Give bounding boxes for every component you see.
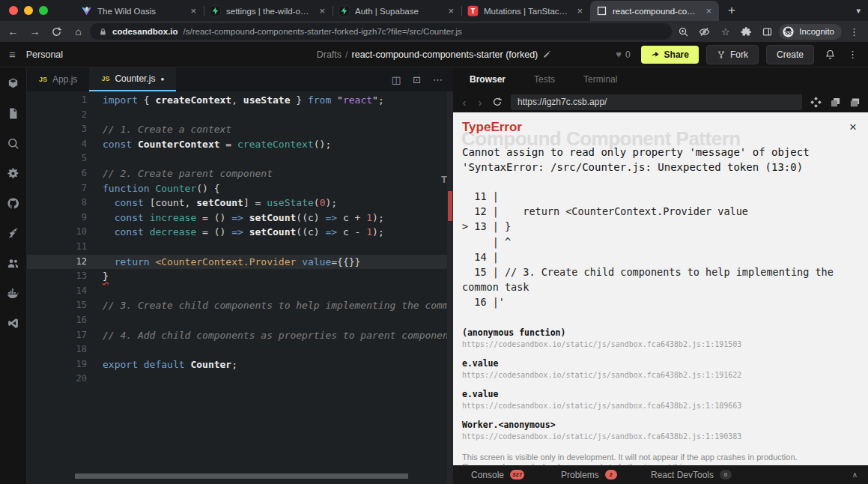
- code-line[interactable]: 1import { createContext, useState } from…: [27, 93, 453, 108]
- code-line[interactable]: 5: [27, 151, 453, 166]
- tab-close-icon[interactable]: ×: [704, 5, 713, 16]
- code-line[interactable]: 12 return <CounterContext.Provider value…: [27, 255, 453, 270]
- preview-tab-terminal[interactable]: Terminal: [583, 74, 617, 85]
- preview-url-field[interactable]: https://igzh7c.csb.app/: [511, 94, 802, 110]
- code-line[interactable]: 19export default Counter;: [27, 357, 453, 372]
- extensions-icon[interactable]: [741, 26, 752, 37]
- preview-tab-tests[interactable]: Tests: [534, 74, 555, 85]
- search-icon[interactable]: [7, 137, 19, 150]
- code-line[interactable]: 20: [27, 372, 453, 387]
- tab-panel-icon[interactable]: [762, 26, 773, 37]
- code-line[interactable]: 14: [27, 284, 453, 299]
- preview-nav-bar: ‹ › https://igzh7c.csb.app/: [453, 91, 868, 112]
- code-line[interactable]: 7function Counter() {: [27, 181, 453, 196]
- preview-tab-browser[interactable]: Browser: [470, 74, 506, 85]
- code-line[interactable]: 13}: [27, 269, 453, 284]
- responsive-mode-icon[interactable]: [810, 97, 822, 108]
- new-tab-button[interactable]: +: [719, 3, 744, 18]
- chevron-down-icon[interactable]: ▾: [856, 6, 868, 16]
- create-button[interactable]: Create: [766, 45, 814, 64]
- open-new-window-icon[interactable]: [830, 97, 841, 108]
- kebab-menu-icon[interactable]: ⋮: [848, 26, 861, 37]
- editor-tab[interactable]: JSCounter.js●: [89, 67, 176, 91]
- stack-frame-location: https://codesandbox.io/static/js/sandbox…: [462, 371, 859, 379]
- stack-frame-location: https://codesandbox.io/static/js/sandbox…: [462, 402, 859, 410]
- close-icon[interactable]: ×: [849, 120, 857, 135]
- star-icon[interactable]: ☆: [720, 26, 731, 37]
- chrome-toolbar: ←→⌂ codesandbox.io/s/react-compound-comp…: [0, 21, 868, 42]
- code-line[interactable]: 3// 1. Create a context: [27, 122, 453, 137]
- tab-close-icon[interactable]: ×: [575, 5, 584, 16]
- menu-icon[interactable]: ≡: [9, 48, 16, 61]
- minimize-window-button[interactable]: [24, 6, 33, 15]
- code-line[interactable]: 4const CounterContext = createContext();: [27, 137, 453, 152]
- docker-icon[interactable]: [7, 287, 19, 300]
- more-icon[interactable]: ⋯: [433, 74, 443, 85]
- tab-close-icon[interactable]: ×: [446, 5, 455, 16]
- stack-frame: e.valuehttps://codesandbox.io/static/js/…: [462, 358, 859, 379]
- chevron-up-icon[interactable]: ∧: [852, 471, 858, 479]
- code-line[interactable]: 6// 2. Create parent component: [27, 166, 453, 181]
- preview-reload-icon[interactable]: [492, 97, 503, 107]
- code-line[interactable]: 18: [27, 342, 453, 357]
- preview-forward-icon[interactable]: ›: [476, 96, 484, 109]
- code-line[interactable]: 9 const increase = () => setCount((c) =>…: [27, 211, 453, 226]
- editor-tab-label: Counter.js: [115, 73, 155, 84]
- code-line[interactable]: 10 const decrease = () => setCount((c) =…: [27, 225, 453, 240]
- code-line[interactable]: 11: [27, 240, 453, 255]
- browser-tab[interactable]: The Wild Oasis×: [75, 1, 204, 21]
- editor-horizontal-scrollbar[interactable]: [75, 474, 408, 479]
- code-line[interactable]: 2: [27, 108, 453, 123]
- browser-tab[interactable]: settings | the-wild-oasis | jona×: [204, 1, 333, 21]
- editor-body[interactable]: 1import { createContext, useState } from…: [27, 91, 453, 484]
- reload-icon[interactable]: [51, 26, 62, 37]
- line-content: return <CounterContext.Provider value={{…: [87, 255, 360, 270]
- cube-icon[interactable]: [7, 77, 19, 90]
- editor-vertical-scrollbar[interactable]: [447, 91, 453, 484]
- preview-content: Compound Component Pattern TypeError × C…: [453, 112, 868, 465]
- tab-title: Mutations | TanStack Query Do: [484, 7, 570, 16]
- fork-button[interactable]: Fork: [706, 45, 759, 64]
- tab-close-icon[interactable]: ×: [318, 5, 327, 16]
- layers-icon[interactable]: [849, 97, 861, 108]
- forward-icon[interactable]: →: [29, 26, 40, 37]
- users-icon[interactable]: [7, 257, 19, 270]
- code-line[interactable]: 17// 4. Add child components as proeprti…: [27, 328, 453, 343]
- line-content: // 4. Add child components as proeprties…: [87, 328, 453, 343]
- preview-back-icon[interactable]: ‹: [461, 96, 468, 109]
- bell-icon[interactable]: [825, 49, 836, 60]
- file-icon[interactable]: [7, 107, 19, 120]
- zoom-icon[interactable]: [678, 26, 689, 37]
- address-bar[interactable]: codesandbox.io/s/react-compound-componen…: [90, 23, 672, 40]
- open-preview-icon[interactable]: ⊡: [413, 74, 421, 85]
- gear-icon[interactable]: [7, 167, 19, 180]
- preview-tab-bar: BrowserTestsTerminal: [453, 67, 868, 91]
- browser-tab[interactable]: Auth | Supabase×: [333, 1, 461, 21]
- devtools-tab-console[interactable]: Console327: [471, 470, 561, 480]
- vscode-icon[interactable]: [7, 317, 19, 330]
- workspace-name[interactable]: Personal: [26, 49, 63, 60]
- breadcrumb-parent[interactable]: Drafts: [317, 49, 342, 60]
- header-kebab-menu-icon[interactable]: ⋮: [846, 49, 859, 60]
- code-line[interactable]: 8 const [count, setCount] = useState(0);: [27, 196, 453, 211]
- home-icon[interactable]: ⌂: [73, 26, 84, 37]
- code-line[interactable]: 15// 3. Create child components to help …: [27, 298, 453, 313]
- github-icon[interactable]: [7, 197, 19, 210]
- browser-tab[interactable]: react-compound-components×: [590, 1, 719, 21]
- browser-tab[interactable]: TMutations | TanStack Query Do×: [461, 1, 590, 21]
- devtools-tab-react-devtools[interactable]: React DevTools0: [651, 470, 741, 480]
- edit-title-icon[interactable]: [542, 50, 551, 59]
- breadcrumb-current[interactable]: react-compound-components-starter (forke…: [352, 49, 538, 60]
- share-button[interactable]: Share: [641, 46, 699, 64]
- code-line[interactable]: 16: [27, 313, 453, 328]
- back-icon[interactable]: ←: [7, 26, 19, 37]
- maximize-window-button[interactable]: [39, 6, 48, 15]
- close-window-button[interactable]: [9, 6, 18, 15]
- split-editor-icon[interactable]: ◫: [392, 74, 401, 85]
- devtools-tab-problems[interactable]: Problems2: [561, 470, 651, 480]
- eye-off-icon[interactable]: [699, 26, 710, 37]
- tab-close-icon[interactable]: ×: [189, 5, 198, 16]
- editor-tab[interactable]: JSApp.js: [27, 67, 89, 91]
- rocket-icon[interactable]: [7, 227, 19, 240]
- likes-counter[interactable]: ♥0: [616, 49, 630, 60]
